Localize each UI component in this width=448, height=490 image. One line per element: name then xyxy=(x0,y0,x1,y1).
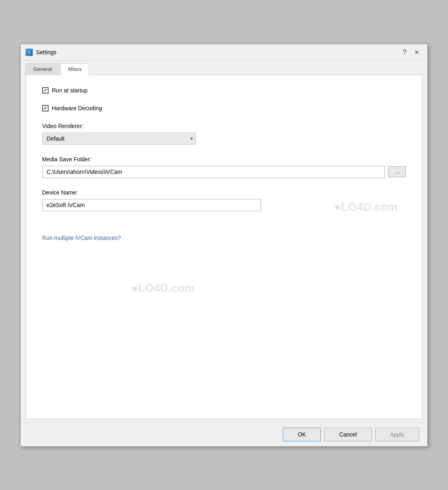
folder-row: ... xyxy=(42,166,406,178)
apply-button[interactable]: Apply xyxy=(375,428,419,441)
footer: OK Cancel Apply xyxy=(21,422,427,446)
title-bar: i Settings ? ✕ xyxy=(21,44,427,61)
device-name-group: Device Name: xyxy=(42,189,406,211)
hardware-decoding-checkbox[interactable] xyxy=(42,105,49,111)
watermark-3: ●LO4D.com xyxy=(131,282,195,295)
run-at-startup-row: Run at startup xyxy=(42,87,406,94)
media-save-folder-label: Media Save Folder: xyxy=(42,156,406,163)
run-at-startup-checkbox[interactable] xyxy=(42,87,49,94)
hardware-decoding-row: Hardware Decoding xyxy=(42,105,406,111)
settings-dialog: i Settings ? ✕ General Miscs ●LO4D.com ●… xyxy=(20,44,428,447)
media-save-folder-input[interactable] xyxy=(42,166,385,178)
tab-miscs[interactable]: Miscs xyxy=(60,63,89,75)
multiple-instances-link[interactable]: Run multiple iVCam instances? xyxy=(42,235,121,241)
tab-bar: General Miscs xyxy=(21,61,427,75)
title-bar-left: i Settings xyxy=(26,49,57,56)
cancel-button[interactable]: Cancel xyxy=(324,428,372,441)
window-title: Settings xyxy=(36,49,57,56)
tab-general[interactable]: General xyxy=(26,63,60,75)
close-button[interactable]: ✕ xyxy=(411,47,422,57)
video-renderer-label: Video Renderer: xyxy=(42,123,406,129)
title-bar-controls: ? ✕ xyxy=(400,47,422,57)
help-button[interactable]: ? xyxy=(400,47,410,57)
app-icon: i xyxy=(26,49,33,56)
run-at-startup-wrapper: Run at startup xyxy=(42,87,87,94)
hardware-decoding-label: Hardware Decoding xyxy=(52,105,102,111)
video-renderer-select-wrapper: Default Direct3D OpenGL Software ▾ xyxy=(42,133,196,145)
media-save-folder-group: Media Save Folder: ... xyxy=(42,156,406,178)
browse-button[interactable]: ... xyxy=(388,166,406,177)
video-renderer-group: Video Renderer: Default Direct3D OpenGL … xyxy=(42,123,406,145)
hardware-decoding-wrapper: Hardware Decoding xyxy=(42,105,102,111)
run-at-startup-label: Run at startup xyxy=(52,87,87,94)
ok-button[interactable]: OK xyxy=(283,428,321,441)
device-name-label: Device Name: xyxy=(42,189,406,196)
video-renderer-select[interactable]: Default Direct3D OpenGL Software xyxy=(42,133,196,145)
content-area: ●LO4D.com ●LO4D.com ●LO4D.com Run at sta… xyxy=(26,75,422,419)
device-name-input[interactable] xyxy=(42,199,261,211)
